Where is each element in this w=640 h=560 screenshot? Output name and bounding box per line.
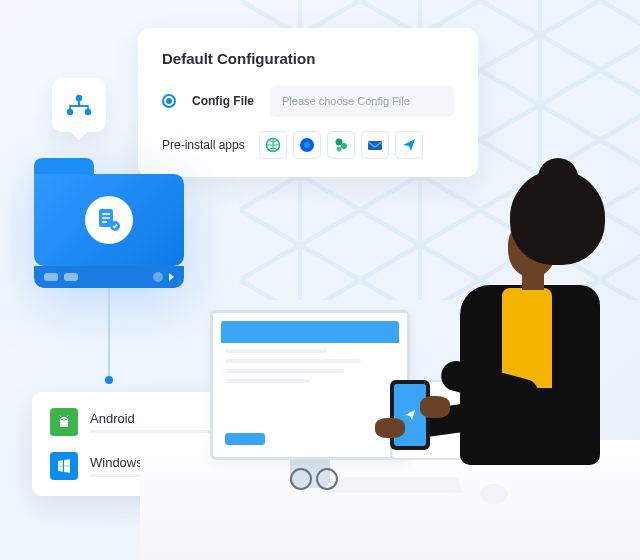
org-chart-bubble [52, 78, 106, 132]
android-icon [50, 408, 78, 436]
os-item-android[interactable]: Android [50, 408, 214, 436]
app-sharepoint[interactable] [327, 131, 355, 159]
phone [390, 380, 430, 450]
send-icon [401, 137, 417, 153]
os-label: Android [90, 411, 214, 426]
config-file-picker[interactable]: Please choose Config File [270, 85, 454, 117]
folder-next-icon[interactable] [169, 273, 174, 281]
send-icon [435, 410, 455, 430]
app-grid [259, 131, 423, 159]
app-globe[interactable] [259, 131, 287, 159]
send-icon [403, 408, 417, 422]
os-card: Android Windows [32, 392, 232, 496]
monitor [210, 310, 410, 460]
keyboard [327, 478, 462, 494]
folder-toolbar [34, 266, 184, 288]
svg-point-2 [85, 109, 91, 115]
org-chart-icon [65, 94, 93, 116]
app-send[interactable] [395, 131, 423, 159]
os-placeholder-line [90, 474, 214, 477]
config-title: Default Configuration [162, 50, 454, 67]
config-file-radio[interactable] [162, 94, 176, 108]
os-item-windows[interactable]: Windows [50, 452, 214, 480]
svg-point-13 [65, 419, 67, 421]
glasses [290, 468, 338, 488]
checklist-badge-icon [85, 196, 133, 244]
svg-point-8 [336, 147, 341, 152]
os-placeholder-line [90, 430, 214, 433]
tablet [390, 380, 500, 460]
sharepoint-icon [333, 137, 349, 153]
svg-point-7 [341, 143, 347, 149]
svg-point-0 [76, 95, 82, 101]
mouse [480, 484, 508, 504]
mail-icon [367, 137, 383, 153]
svg-line-15 [67, 416, 68, 418]
windows-icon [50, 452, 78, 480]
app-mail[interactable] [361, 131, 389, 159]
app-browser[interactable] [293, 131, 321, 159]
config-file-row: Config File Please choose Config File [162, 85, 454, 117]
globe-icon [265, 137, 281, 153]
config-file-label: Config File [192, 94, 254, 108]
svg-point-5 [304, 142, 310, 148]
preinstall-row: Pre-install apps [162, 131, 454, 159]
preinstall-label: Pre-install apps [162, 138, 245, 152]
svg-point-1 [67, 109, 73, 115]
config-folder[interactable] [34, 158, 184, 288]
config-card: Default Configuration Config File Please… [138, 28, 478, 177]
connector-line [108, 288, 110, 378]
os-label: Windows [90, 455, 214, 470]
svg-rect-9 [368, 141, 382, 150]
browser-icon [299, 137, 315, 153]
svg-line-14 [60, 416, 61, 418]
svg-point-12 [61, 419, 63, 421]
desk-scene [180, 120, 640, 560]
person-illustration [430, 170, 630, 500]
